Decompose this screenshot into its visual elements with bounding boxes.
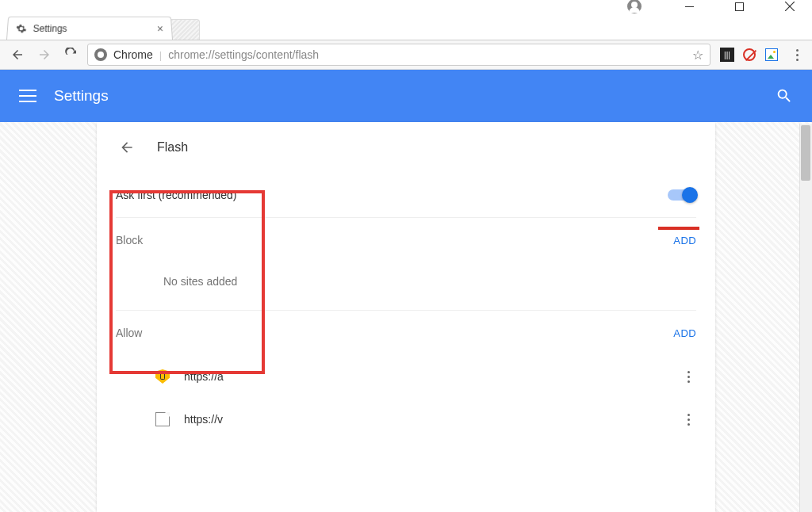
- ask-first-row: Ask first (recommended): [116, 173, 696, 217]
- block-add-button[interactable]: ADD: [673, 235, 696, 246]
- ask-first-toggle[interactable]: [668, 189, 696, 201]
- extension-image-icon[interactable]: [764, 48, 779, 62]
- page-icon: [155, 412, 170, 426]
- annotation-underline: [658, 227, 699, 230]
- bookmark-star-icon[interactable]: ☆: [692, 48, 703, 63]
- panel-title: Flash: [157, 140, 188, 155]
- allow-site-row[interactable]: https://v: [116, 398, 696, 441]
- forward-button[interactable]: [33, 44, 56, 66]
- settings-panel: Flash Ask first (recommended) Block ADD …: [97, 122, 715, 512]
- allow-header-row: Allow ADD: [116, 310, 696, 355]
- site-actions-button[interactable]: [688, 371, 696, 383]
- block-header-row: Block ADD: [116, 217, 696, 262]
- extension-adblock-icon[interactable]: [742, 48, 756, 62]
- allow-add-button[interactable]: ADD: [673, 327, 696, 339]
- window-title-bar: [0, 0, 812, 13]
- extension-icons: |||: [715, 48, 783, 62]
- extension-equalizer-icon[interactable]: |||: [720, 48, 734, 62]
- tab-close-button[interactable]: ×: [156, 22, 163, 35]
- maximize-button[interactable]: [722, 0, 757, 13]
- gear-icon: [15, 23, 27, 34]
- settings-header: Settings: [0, 70, 812, 122]
- site-actions-button[interactable]: [688, 414, 696, 426]
- tab-strip: Settings ×: [0, 13, 812, 40]
- reload-button[interactable]: [60, 44, 82, 66]
- site-url: https://v: [184, 413, 223, 426]
- address-bar[interactable]: Chrome | chrome://settings/content/flash…: [87, 44, 710, 66]
- tab-settings[interactable]: Settings ×: [6, 17, 173, 40]
- url-text: chrome://settings/content/flash: [168, 48, 319, 61]
- account-icon[interactable]: [627, 0, 642, 13]
- url-scheme-label: Chrome: [113, 48, 153, 61]
- back-button[interactable]: [6, 44, 29, 66]
- close-window-button[interactable]: [772, 0, 807, 13]
- block-empty-text: No sites added: [116, 262, 696, 310]
- panel-header: Flash: [97, 122, 715, 173]
- minimize-button[interactable]: [672, 0, 707, 13]
- site-url: https://a: [184, 370, 224, 383]
- ask-first-label: Ask first (recommended): [116, 189, 236, 201]
- new-tab-button[interactable]: [171, 19, 200, 40]
- panel-back-button[interactable]: [119, 139, 135, 155]
- chrome-icon: [94, 48, 107, 61]
- toolbar: Chrome | chrome://settings/content/flash…: [0, 40, 812, 70]
- allow-label: Allow: [116, 327, 142, 339]
- scrollbar-thumb[interactable]: [801, 125, 810, 181]
- settings-title: Settings: [54, 87, 109, 105]
- scrollbar[interactable]: [799, 124, 812, 512]
- allow-site-row[interactable]: https://a: [116, 355, 696, 398]
- block-label: Block: [116, 234, 143, 246]
- content-area: Flash Ask first (recommended) Block ADD …: [0, 122, 812, 512]
- svg-rect-1: [736, 2, 744, 10]
- shield-icon: [155, 369, 170, 384]
- chrome-menu-button[interactable]: [788, 49, 806, 61]
- tab-title: Settings: [33, 23, 151, 34]
- search-button[interactable]: [776, 87, 793, 105]
- menu-button[interactable]: [19, 90, 36, 102]
